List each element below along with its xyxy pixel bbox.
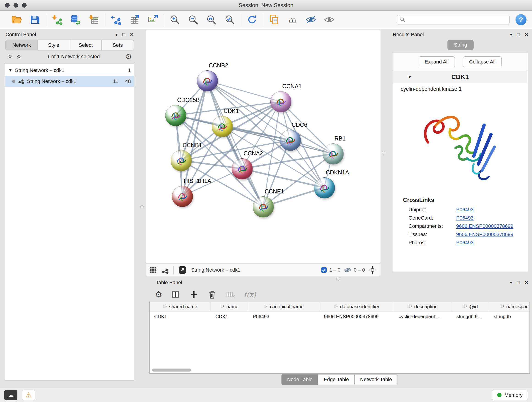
expand-all-icon[interactable] — [16, 54, 22, 59]
show-columns-icon[interactable] — [171, 289, 181, 300]
column-header-canonical-name[interactable]: canonical name — [248, 302, 319, 311]
column-header-shared-name[interactable]: shared name — [150, 302, 211, 311]
network-node-ccna1[interactable] — [270, 91, 291, 112]
network-node-ccnb2[interactable] — [197, 70, 218, 91]
column-header-namespac[interactable]: namespac — [489, 302, 530, 311]
network-node-cdkn1a[interactable] — [314, 177, 335, 198]
network-node-cdc6[interactable] — [280, 130, 301, 151]
export-table-button[interactable] — [128, 13, 141, 26]
tree-expand-caret-icon[interactable]: ▼ — [8, 68, 12, 73]
selected-checkbox-icon[interactable] — [321, 267, 327, 273]
zoom-fit-button[interactable] — [205, 13, 218, 26]
network-node-ccne1[interactable] — [253, 196, 274, 217]
open-session-button[interactable] — [10, 13, 23, 26]
panel-close-icon[interactable]: ✕ — [524, 32, 528, 37]
import-table-from-file-button[interactable] — [87, 13, 100, 26]
network-edge[interactable] — [242, 169, 324, 188]
table-cell[interactable]: P06493 — [248, 312, 319, 322]
table-row[interactable]: CDK1CDK1P064939606.ENSP00000378699cyclin… — [150, 312, 530, 322]
crosslink-link[interactable]: 9606.ENSP00000378699 — [456, 231, 513, 237]
cloud-button[interactable]: ☁ — [4, 390, 17, 400]
tab-network-table[interactable]: Network Table — [355, 374, 398, 385]
network-options-gear-icon[interactable]: ⚙ — [125, 52, 132, 61]
tab-sets[interactable]: Sets — [102, 40, 133, 50]
maximize-window-button[interactable] — [22, 3, 27, 7]
import-network-from-database-button[interactable] — [69, 13, 82, 26]
show-details-button[interactable] — [323, 13, 336, 26]
network-node-cdc25b[interactable] — [165, 105, 186, 126]
refresh-button[interactable] — [246, 13, 259, 26]
zoom-in-button[interactable] — [168, 13, 181, 26]
tab-select[interactable]: Select — [70, 40, 102, 50]
warnings-button[interactable]: ⚠ — [22, 390, 35, 400]
add-column-icon[interactable] — [189, 289, 199, 300]
column-header--id[interactable]: @id — [452, 302, 489, 311]
splitter-handle-left[interactable] — [140, 205, 144, 209]
table-cell[interactable]: cyclin-dependent ... — [394, 312, 452, 322]
network-node-cdk1[interactable] — [212, 116, 233, 137]
network-node-ccna2[interactable] — [232, 158, 253, 179]
minimize-window-button[interactable] — [13, 3, 18, 7]
column-header-name[interactable]: name — [211, 302, 248, 311]
network-node-ccnb1[interactable] — [171, 150, 192, 171]
table-settings-gear-icon[interactable]: ⚙ — [155, 290, 162, 299]
network-collection-row[interactable]: ▼ String Network – cdk1 1 — [5, 65, 134, 76]
panel-close-icon[interactable]: ✕ — [524, 280, 528, 285]
collapse-all-icon[interactable] — [7, 54, 13, 59]
network-view-canvas[interactable]: CCNB2CCNA1CDC25BCDK1CDC6RB1CCNB1CCNA2CDK… — [145, 30, 381, 263]
gene-card-caret-icon[interactable]: ▼ — [408, 75, 412, 80]
tab-edge-table[interactable]: Edge Table — [318, 374, 355, 385]
birds-eye-grid-icon[interactable] — [149, 266, 157, 274]
zoom-selected-button[interactable] — [223, 13, 236, 26]
network-edge[interactable] — [207, 81, 263, 207]
crosslink-link[interactable]: P06493 — [456, 207, 474, 213]
table-cell[interactable]: 9606.ENSP00000378699 — [319, 312, 394, 322]
collapse-all-button[interactable]: Collapse All — [463, 56, 502, 67]
crosslink-row: GeneCard:P06493 — [393, 214, 527, 222]
import-network-from-file-button[interactable] — [51, 13, 63, 26]
show-hide-panels-button[interactable]: ⌂⌂ — [286, 13, 299, 26]
splitter-handle-right[interactable] — [382, 151, 385, 154]
function-builder-icon[interactable]: f(x) — [244, 290, 256, 299]
search-input[interactable] — [408, 17, 507, 22]
panel-menu-icon[interactable]: ▾ — [510, 32, 512, 37]
export-image-button[interactable] — [146, 13, 159, 26]
close-window-button[interactable] — [5, 3, 10, 7]
crosslink-link[interactable]: P06493 — [456, 215, 474, 221]
tab-network[interactable]: Network — [6, 40, 38, 50]
column-header-database-identifier[interactable]: database identifier — [319, 302, 394, 311]
expand-all-button[interactable]: Expand All — [418, 56, 455, 67]
panel-menu-icon[interactable]: ▾ — [115, 32, 118, 37]
panel-float-icon[interactable]: □ — [517, 280, 520, 285]
network-node-hist1h1a[interactable] — [172, 186, 193, 207]
panel-float-icon[interactable]: □ — [517, 32, 520, 37]
table-cell[interactable]: CDK1 — [211, 312, 248, 322]
hide-details-button[interactable] — [304, 13, 317, 26]
new-network-from-selection-button[interactable] — [109, 13, 122, 26]
panel-close-icon[interactable]: ✕ — [130, 32, 134, 37]
zoom-out-button[interactable] — [187, 13, 200, 26]
panel-menu-icon[interactable]: ▾ — [510, 280, 512, 285]
save-session-button[interactable] — [28, 13, 41, 26]
network-share-icon[interactable] — [162, 266, 169, 274]
open-in-window-icon[interactable] — [178, 266, 186, 274]
tab-style[interactable]: Style — [38, 40, 70, 50]
memory-button[interactable]: Memory — [492, 390, 528, 400]
delete-column-icon[interactable] — [207, 289, 217, 300]
column-header-description[interactable]: description — [394, 302, 452, 311]
results-tab-string[interactable]: String — [447, 40, 473, 50]
table-cell[interactable]: stringdb — [489, 312, 530, 322]
network-row-selected[interactable]: String Network – cdk1 11 48 — [5, 76, 134, 87]
crosslink-link[interactable]: 9606.ENSP00000378699 — [456, 223, 513, 229]
table-cell[interactable]: stringdb:9... — [452, 312, 489, 322]
table-cell[interactable]: CDK1 — [150, 312, 211, 322]
panel-float-icon[interactable]: □ — [122, 32, 125, 37]
network-node-rb1[interactable] — [323, 143, 344, 165]
pan-crosshair-icon[interactable] — [368, 266, 377, 274]
copy-document-button[interactable] — [268, 13, 281, 26]
tab-node-table[interactable]: Node Table — [281, 374, 318, 385]
hidden-eye-slash-icon[interactable] — [344, 267, 351, 273]
crosslink-link[interactable]: P06493 — [456, 240, 474, 246]
help-button[interactable]: ? — [515, 14, 526, 25]
horizontal-scrollbar[interactable] — [152, 369, 191, 371]
